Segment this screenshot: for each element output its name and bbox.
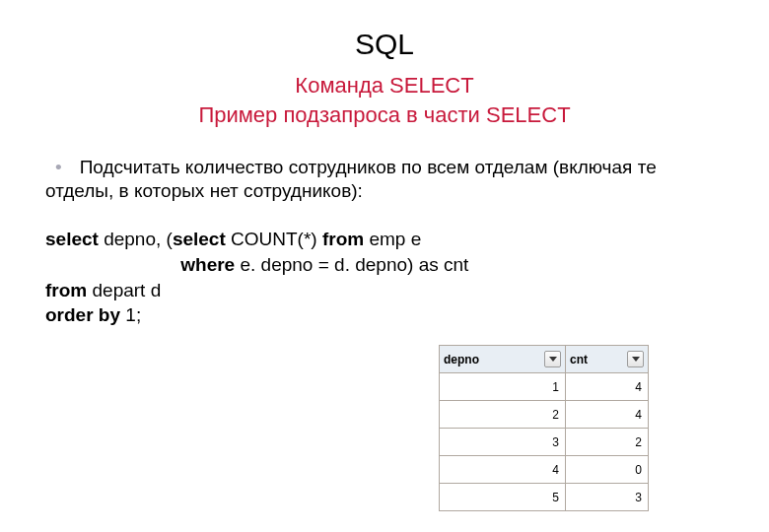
bullet-icon: • xyxy=(55,156,62,179)
column-header-depno[interactable]: depno xyxy=(440,346,566,373)
cell-depno: 1 xyxy=(440,373,566,401)
code-line-3: from depart d xyxy=(45,278,743,303)
cell-cnt: 2 xyxy=(566,429,649,456)
table-row: 3 2 xyxy=(440,429,649,456)
table-row: 2 4 xyxy=(440,401,649,429)
dropdown-button[interactable] xyxy=(544,351,561,367)
sql-code-block: select depno, (select COUNT(*) from emp … xyxy=(45,227,743,328)
bullet-item: • Подсчитать количество сотрудников по в… xyxy=(63,156,743,179)
code-line-2: where e. depno = d. depno) as cnt xyxy=(45,252,743,278)
page-title: SQL xyxy=(0,28,769,61)
chevron-down-icon xyxy=(549,357,557,362)
cell-cnt: 0 xyxy=(566,456,649,484)
cell-cnt: 4 xyxy=(566,373,649,401)
dropdown-button[interactable] xyxy=(627,351,644,367)
chevron-down-icon xyxy=(632,357,640,362)
code-line-1: select depno, (select COUNT(*) from emp … xyxy=(45,227,743,252)
result-table: depno cnt 1 4 2 4 3 2 4 0 xyxy=(439,345,649,511)
table-row: 4 0 xyxy=(440,456,649,484)
table-row: 5 3 xyxy=(440,484,649,511)
cell-depno: 2 xyxy=(440,401,566,429)
column-header-label: depno xyxy=(444,353,479,366)
subtitle-line-2: Пример подзапроса в части SELECT xyxy=(0,102,769,128)
table-row: 1 4 xyxy=(440,373,649,401)
subtitle-line-1: Команда SELECT xyxy=(0,73,769,99)
bullet-text-line2: отделы, в которых нет сотрудников): xyxy=(45,179,743,204)
code-line-4: order by 1; xyxy=(45,302,743,328)
cell-cnt: 4 xyxy=(566,401,649,429)
bullet-text-line1: Подсчитать количество сотрудников по все… xyxy=(80,156,657,179)
cell-depno: 5 xyxy=(440,484,566,511)
content-area: • Подсчитать количество сотрудников по в… xyxy=(0,128,769,328)
title-block: SQL Команда SELECT Пример подзапроса в ч… xyxy=(0,0,769,128)
cell-depno: 4 xyxy=(440,456,566,484)
table-header-row: depno cnt xyxy=(440,346,649,373)
column-header-cnt[interactable]: cnt xyxy=(566,346,649,373)
column-header-label: cnt xyxy=(570,353,588,366)
cell-cnt: 3 xyxy=(566,484,649,511)
cell-depno: 3 xyxy=(440,429,566,456)
